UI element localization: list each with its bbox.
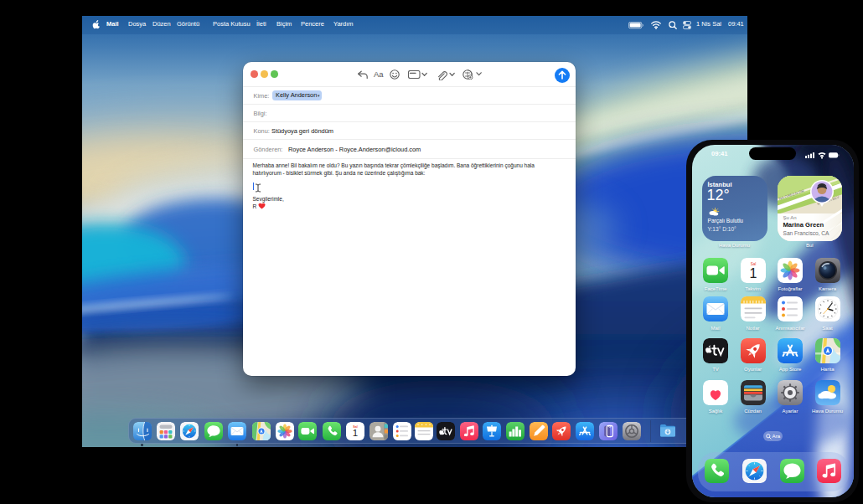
svg-text:1: 1 — [352, 428, 357, 438]
svg-text:Sal: Sal — [750, 261, 756, 265]
svg-text:1: 1 — [749, 266, 757, 280]
